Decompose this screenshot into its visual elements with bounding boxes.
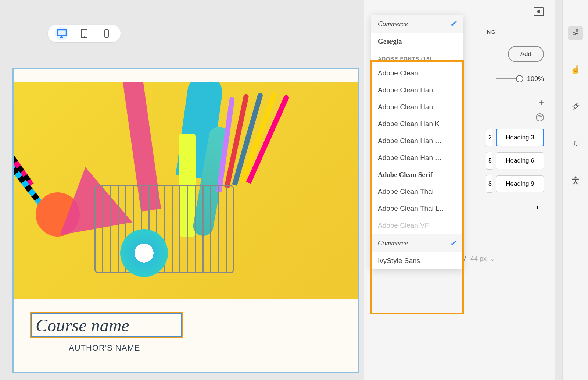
tablet-icon [81, 29, 87, 38]
font-group-header: ADOBE FONTS (16) [371, 50, 463, 65]
tablet-device-button[interactable] [78, 27, 91, 40]
slider-value: 100% [527, 75, 544, 83]
font-option[interactable]: Adobe Clean Thai [371, 183, 463, 200]
desktop-device-button[interactable] [55, 27, 68, 40]
opacity-slider[interactable] [496, 78, 520, 79]
font-option[interactable]: Adobe Clean Han … [371, 149, 463, 166]
slider-thumb[interactable] [516, 75, 523, 82]
hand-pointer-icon: ☝ [570, 65, 580, 75]
font-option[interactable]: Adobe Clean Han … [371, 132, 463, 149]
heading-3-chip[interactable]: Heading 3 [496, 129, 544, 146]
add-button[interactable]: Add [508, 46, 544, 62]
font-option[interactable]: Adobe Clean Serif [371, 166, 463, 183]
heading-8-chip[interactable]: 8 [486, 175, 492, 193]
music-note-icon: ♫ [572, 139, 578, 148]
font-option[interactable]: Commerce✓ [371, 234, 463, 252]
chevron-down-icon: ⌄ [490, 256, 495, 262]
check-icon: ✓ [450, 19, 456, 29]
tape-decoration [120, 229, 168, 277]
font-option[interactable]: Adobe Clean VF [371, 217, 463, 234]
desktop-icon [57, 29, 67, 38]
slide-hero-image [14, 82, 358, 299]
svg-point-8 [576, 30, 578, 32]
heading-9-chip[interactable]: Heading 9 [496, 175, 544, 192]
device-toggle [48, 25, 121, 42]
font-option[interactable]: Adobe Clean Han [371, 82, 463, 99]
check-icon: ✓ [450, 238, 456, 248]
mobile-icon [104, 29, 109, 38]
lightning-icon [571, 102, 580, 111]
svg-point-6 [106, 36, 107, 36]
font-dropdown: Commerce✓Georgia ADOBE FONTS (16) Adobe … [371, 15, 463, 269]
accessibility-icon [571, 176, 580, 185]
font-option[interactable]: Adobe Clean Han K [371, 116, 463, 132]
plus-icon[interactable]: + [539, 97, 544, 108]
slide-canvas[interactable]: Course name AUTHOR'S NAME [12, 68, 359, 373]
audio-tool-button[interactable]: ♫ [568, 136, 583, 151]
mobile-size-group[interactable]: M 44 px ⌄ [462, 255, 495, 263]
svg-point-11 [574, 177, 576, 178]
tool-sidebar: ☝ ♫ [562, 0, 588, 380]
canvas-area: Course name AUTHOR'S NAME [0, 0, 364, 380]
sliders-icon [571, 29, 580, 38]
animate-tool-button[interactable] [568, 99, 583, 114]
heading-5-chip[interactable]: 5 [486, 152, 492, 170]
chevron-right-icon[interactable]: › [531, 198, 544, 216]
course-name-text: Course name [36, 315, 129, 335]
refresh-icon[interactable] [536, 113, 544, 121]
svg-rect-0 [57, 30, 66, 36]
font-option[interactable]: Georgia [371, 33, 463, 50]
heading-6-chip[interactable]: Heading 6 [496, 152, 544, 169]
font-option[interactable]: Adobe Clean [371, 65, 463, 82]
interact-tool-button[interactable]: ☝ [568, 63, 583, 77]
font-option[interactable]: IvyStyle Sans [371, 252, 463, 269]
author-name-text[interactable]: AUTHOR'S NAME [69, 343, 140, 353]
font-option[interactable]: Adobe Clean Thai L… [371, 200, 463, 217]
settings-tool-button[interactable] [568, 26, 583, 40]
font-option[interactable]: Commerce✓ [371, 15, 463, 33]
heading-2-chip[interactable]: 2 [486, 129, 492, 146]
accessibility-tool-button[interactable] [568, 173, 583, 188]
preview-icon[interactable] [534, 7, 544, 16]
mobile-device-button[interactable] [100, 27, 113, 40]
svg-point-4 [84, 36, 85, 37]
svg-line-15 [576, 181, 577, 184]
course-name-text-box[interactable]: Course name [30, 312, 183, 338]
font-option[interactable]: Adobe Clean Han … [371, 99, 463, 116]
svg-point-10 [573, 33, 575, 35]
